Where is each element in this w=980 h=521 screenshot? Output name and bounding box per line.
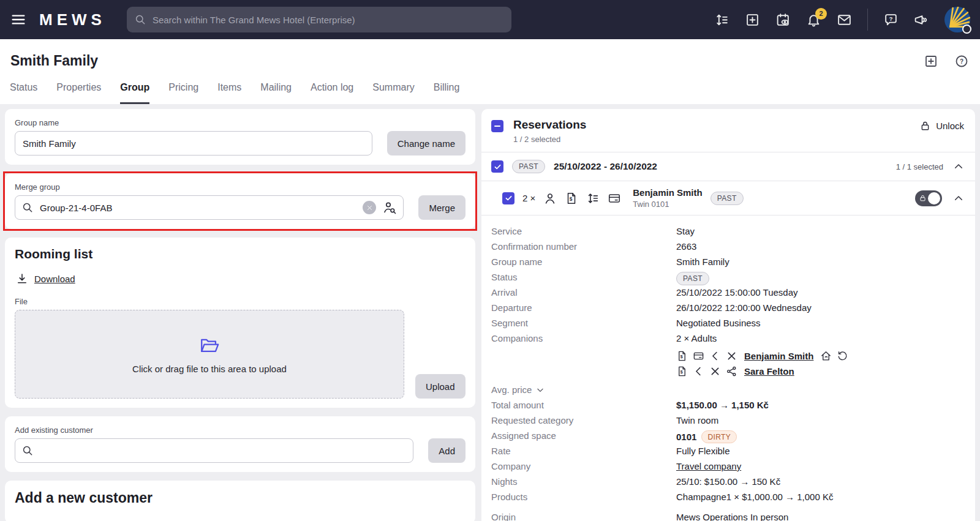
detail-row-confirmation: Confirmation number 2663 (491, 241, 964, 257)
tab-group[interactable]: Group (120, 82, 149, 104)
help-icon[interactable] (883, 12, 899, 28)
companion-link[interactable]: Benjamin Smith (744, 351, 813, 361)
calendar-view-icon[interactable] (775, 12, 791, 28)
detail-row-group-name: Group name Smith Family (491, 257, 964, 272)
chevron-up-icon[interactable] (953, 161, 964, 172)
file-dropzone[interactable]: Click or drag file to this area to uploa… (15, 310, 404, 399)
select-all-checkbox[interactable] (491, 120, 503, 132)
detail-value: 25/10: $150.00 → 150 Kč (676, 476, 780, 487)
merge-group-search[interactable] (15, 195, 404, 220)
detail-value: Twin room (676, 415, 718, 425)
download-label: Download (34, 274, 75, 284)
chevron-left-icon[interactable] (709, 350, 721, 362)
global-search-input[interactable] (153, 15, 504, 25)
upload-button[interactable]: Upload (415, 374, 466, 399)
folder-icon (198, 335, 221, 356)
help-circle-icon[interactable] (954, 54, 969, 69)
detail-label: Avg. price (491, 384, 532, 395)
home-icon[interactable] (820, 350, 832, 362)
group-checkbox[interactable] (491, 160, 503, 173)
notifications-bell-icon[interactable]: 2 (806, 12, 821, 28)
detail-value: Fully Flexible (676, 446, 730, 456)
group-selected-count: 1 / 1 selected (896, 162, 943, 171)
tab-billing[interactable]: Billing (434, 82, 460, 104)
payment-card-icon (608, 192, 621, 205)
reservation-details: Service Stay Confirmation number 2663 Gr… (481, 216, 975, 521)
person-icon (543, 192, 557, 205)
guest-name[interactable]: Benjamin Smith (633, 187, 702, 198)
lock-icon (919, 120, 931, 132)
detail-row-products: Products Champagne1 × $1,000.00 → 1,000 … (491, 492, 964, 507)
detail-label: Products (491, 492, 676, 502)
add-button[interactable]: Add (428, 438, 466, 463)
chevron-left-icon[interactable] (693, 365, 704, 377)
mews-logo[interactable]: MEWS (39, 10, 106, 29)
group-name-input[interactable] (15, 131, 372, 156)
dirty-badge: DIRTY (701, 430, 737, 443)
detail-row-arrival: Arrival 25/10/2022 15:00:00 Tuesday (491, 287, 964, 302)
add-new-customer-card: Add a new customer (5, 481, 475, 521)
lock-icon (919, 194, 927, 202)
tab-status[interactable]: Status (10, 82, 37, 104)
reservation-row[interactable]: 2 × Benjamin Smith Twin 0101 PAST (481, 181, 975, 216)
global-search[interactable] (127, 7, 511, 32)
chevron-down-icon[interactable] (536, 386, 545, 394)
tab-action-log[interactable]: Action log (311, 82, 353, 104)
download-link[interactable]: Download (16, 272, 466, 285)
detail-row-origin: Origin Mews Operations In person (491, 512, 964, 521)
remove-x-icon[interactable] (709, 365, 721, 377)
detail-label: Total amount (491, 400, 676, 410)
detail-value: $1,150.00 → 1,150 Kč (676, 400, 769, 410)
add-existing-customer-card: Add existing customer Add (5, 416, 475, 472)
reservation-checkbox[interactable] (502, 192, 514, 204)
share-icon[interactable] (726, 365, 737, 377)
detail-label: Segment (491, 318, 676, 328)
detail-value: 25/10/2022 15:00:00 Tuesday (676, 287, 798, 298)
person-search-icon[interactable] (382, 200, 397, 215)
unlock-button[interactable]: Unlock (919, 120, 964, 132)
history-icon[interactable] (837, 350, 848, 362)
page-title: Smith Family (0, 39, 980, 69)
add-square-icon[interactable] (924, 54, 938, 69)
detail-label: Arrival (491, 287, 676, 298)
detail-value: 26/10/2022 12:00:00 Wednesday (676, 302, 812, 313)
tab-summary[interactable]: Summary (372, 82, 414, 104)
detail-value: Champagne1 × $1,000.00 → 1,000 Kč (676, 492, 833, 502)
menu-icon[interactable] (10, 11, 27, 28)
companion-link[interactable]: Sara Felton (744, 366, 794, 377)
detail-row-status: Status PAST (491, 272, 964, 287)
unlock-label: Unlock (936, 121, 964, 131)
company-link[interactable]: Travel company (676, 461, 741, 471)
tab-pricing[interactable]: Pricing (168, 82, 198, 104)
merge-button[interactable]: Merge (418, 195, 466, 220)
reservations-header: Reservations 1 / 2 selected Unlock (481, 109, 975, 152)
messages-icon[interactable] (837, 12, 852, 28)
reservation-group-row[interactable]: PAST 25/10/2022 - 26/10/2022 1 / 1 selec… (481, 152, 975, 181)
tab-properties[interactable]: Properties (56, 82, 101, 104)
detail-row-rate: Rate Fully Flexible (491, 446, 964, 461)
payment-card-icon[interactable] (693, 350, 704, 362)
tab-mailing[interactable]: Mailing (260, 82, 292, 104)
existing-customer-search[interactable] (15, 438, 413, 463)
merge-group-label: Merge group (15, 182, 466, 192)
detail-label: Rate (491, 446, 676, 456)
search-icon (21, 201, 34, 214)
existing-customer-input[interactable] (40, 446, 407, 456)
remove-x-icon[interactable] (726, 350, 737, 362)
merge-group-input[interactable] (40, 203, 356, 213)
avatar[interactable] (944, 7, 970, 32)
chevron-up-icon[interactable] (953, 193, 964, 204)
sort-icon[interactable] (714, 12, 729, 28)
detail-value: Mews Operations In person (676, 512, 788, 521)
invoice-icon[interactable] (676, 350, 688, 362)
detail-row-company: Company Travel company (491, 461, 964, 476)
add-icon[interactable] (745, 12, 760, 28)
lock-toggle[interactable] (915, 190, 942, 206)
clear-icon[interactable] (363, 201, 376, 214)
tab-items[interactable]: Items (217, 82, 241, 104)
detail-row-assigned-space: Assigned space 0101 DIRTY (491, 430, 964, 446)
invoice-icon[interactable] (676, 365, 688, 377)
add-new-customer-title: Add a new customer (15, 490, 466, 506)
announcements-megaphone-icon[interactable] (914, 12, 929, 28)
change-name-button[interactable]: Change name (387, 131, 466, 156)
